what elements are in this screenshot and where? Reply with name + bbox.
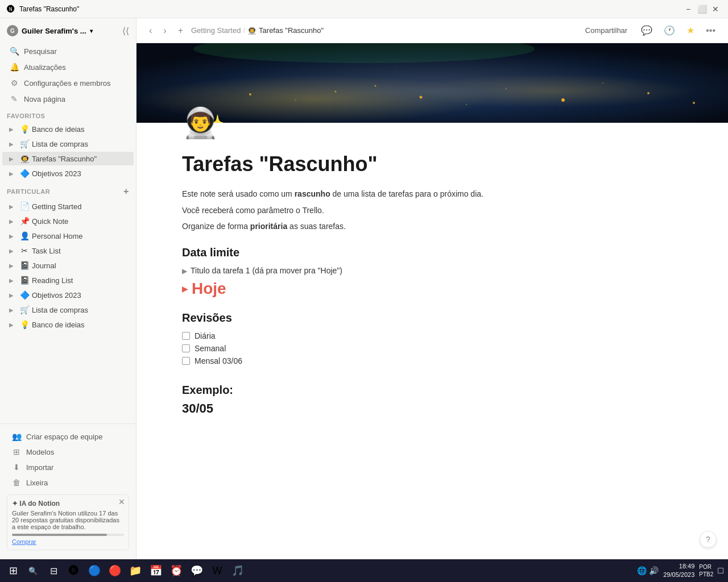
exemplo-heading: Exemplo: [182,384,682,397]
favorites-section-title: Favoritos [0,107,136,122]
taskbar-trello[interactable]: 🔵 [85,562,104,580]
taskbar-time: 18:49 29/05/2023 [663,562,694,580]
sidebar-item-task-list[interactable]: ▶ ✂ Task List [2,244,134,257]
favorite-button[interactable]: ★ [683,23,698,38]
bulb2-icon: 💡 [19,320,30,329]
sidebar-item-bancob[interactable]: ▶ 💡 Banco de ideias [2,318,134,331]
taskbar-files[interactable]: 📁 [126,562,144,580]
close-button[interactable]: ✕ [710,3,721,15]
svg-point-12 [602,82,603,84]
checkbox-mensal[interactable]: Mensal 03/06 [182,356,682,365]
sidebar-item-config[interactable]: ⚙ Configurações e membros [2,76,134,90]
checkbox-label-diaria: Diária [195,331,216,340]
new-page-button[interactable]: + [175,23,187,38]
svg-point-2 [335,91,337,93]
minimize-button[interactable]: − [682,3,694,15]
chevron-right-icon: ▶ [9,126,17,132]
hoje-toggle[interactable]: ▶ Hoje [182,280,682,298]
volume-icon[interactable]: 🔊 [649,566,659,575]
svg-point-1 [249,93,251,95]
workspace-name[interactable]: G Guiler Serafim's ... ▾ [7,25,93,36]
checkbox-semanal[interactable]: Semanal [182,344,682,353]
diamond-icon: 🔷 [19,290,30,300]
forward-button[interactable]: › [160,23,169,38]
sidebar-bottom: 👥 Criar espaço de equipe ⊞ Modelos ⬇ Imp… [0,423,136,559]
sidebar-item-getting-started[interactable]: ▶ 📄 Getting Started [2,199,134,213]
sidebar-item-label: Pesquisar [24,47,57,56]
sidebar-item-label: Modelos [26,448,54,456]
taskbar-calendar[interactable]: 📅 [147,562,165,580]
sidebar-item-nova-pagina[interactable]: ✎ Nova página [2,92,134,106]
breadcrumb: Getting Started / 👨‍🚀 Tarefas "Rascunho" [191,26,324,35]
show-desktop-button[interactable]: □ [718,566,723,576]
taskbar-task-view[interactable]: ⊟ [44,562,63,580]
sidebar-toggle-button[interactable]: ⟨⟨ [122,26,129,36]
sidebar-item-objetivos2023[interactable]: ▶ 🔷 Objetivos 2023 [2,167,134,180]
maximize-button[interactable]: ⬜ [696,3,708,15]
sidebar-item-tarefas-rascunho[interactable]: ▶ 👨‍🚀 Tarefas "Rascunho" [2,152,134,165]
start-button[interactable]: ⊞ [5,562,22,579]
sidebar-item-lista-comprasb[interactable]: ▶ 🛒 Lista de compras [2,303,134,317]
comments-button[interactable]: 💬 [638,23,656,38]
checkbox-input-mensal[interactable] [182,357,190,365]
taskbar-notion[interactable]: 🅝 [65,562,83,580]
taskbar-discord[interactable]: 💬 [188,562,206,580]
clock-time: 18:49 [663,562,694,571]
checkbox-input-diaria[interactable] [182,332,190,340]
page-title: Tarefas "Rascunho" [182,152,682,176]
ai-progress-bar [12,534,124,536]
sidebar-item-lixeira[interactable]: 🗑 Lixeira [5,475,131,490]
page-emoji: 👨‍🚀 [136,106,728,140]
history-button[interactable]: 🕐 [660,23,679,38]
chevron-right-icon: ▶ [9,156,17,162]
ai-progress-fill [12,534,107,536]
sidebar-item-atualizacoes[interactable]: 🔔 Atualizações [2,60,134,74]
network-icon[interactable]: 🌐 [637,566,647,575]
sidebar-item-lista-compras[interactable]: ▶ 🛒 Lista de compras [2,137,134,151]
taskbar-word[interactable]: W [208,562,226,580]
main-content: ‹ › + Getting Started / 👨‍🚀 Tarefas "Ras… [136,18,728,559]
workspace-label: Guiler Serafim's ... [22,27,86,35]
chevron-right-icon: ▶ [9,248,17,254]
share-button[interactable]: Compartilhar [580,24,633,37]
help-button[interactable]: ? [700,531,717,548]
ai-banner-close-button[interactable]: ✕ [118,497,125,506]
window-controls: − ⬜ ✕ [682,3,721,15]
pin-icon: 📌 [19,217,30,226]
back-button[interactable]: ‹ [146,23,155,38]
taskbar-search[interactable]: 🔍 [24,562,42,580]
ai-buy-link[interactable]: Comprar [12,538,36,545]
sidebar-item-label: Lixeira [26,479,48,487]
checkbox-diaria[interactable]: Diária [182,331,682,340]
breadcrumb-getting-started[interactable]: Getting Started [191,26,241,35]
ai-banner-text: Guiler Serafim's Notion utilizou 17 das … [12,510,124,530]
particular-section-title: Particular + [0,181,136,199]
language-indicator: POR PTB2 [699,563,713,578]
taskbar-app3[interactable]: 🔴 [106,562,124,580]
taskbar-spotify[interactable]: 🎵 [229,562,247,580]
sidebar-item-importar[interactable]: ⬇ Importar [5,460,131,475]
svg-point-11 [466,104,467,105]
sidebar-item-criar-equipe[interactable]: 👥 Criar espaço de equipe [5,429,131,444]
taskbar-clock[interactable]: ⏰ [167,562,185,580]
sidebar-item-reading-list[interactable]: ▶ 📓 Reading List [2,273,134,287]
more-options-button[interactable]: ••• [702,23,719,38]
checkbox-label-semanal: Semanal [195,344,226,353]
sidebar-item-modelos[interactable]: ⊞ Modelos [5,444,131,459]
chevron-down-icon: ▾ [90,28,93,34]
checkbox-input-semanal[interactable] [182,344,190,352]
sidebar-item-journal[interactable]: ▶ 📓 Journal [2,259,134,272]
sidebar-item-pesquisar[interactable]: 🔍 Pesquisar [2,44,134,59]
sidebar-item-label: Nova página [24,95,65,103]
sidebar-item-objetivos2023b[interactable]: ▶ 🔷 Objetivos 2023 [2,288,134,302]
sidebar-item-personal-home[interactable]: ▶ 👤 Personal Home [2,229,134,243]
data-limite-heading: Data limite [182,246,682,259]
toggle-item-1[interactable]: ▶ Titulo da tarefa 1 (dá pra mover pra "… [182,266,682,275]
chevron-right-icon: ▶ [9,292,17,298]
sidebar-item-banco-ideias[interactable]: ▶ 💡 Banco de ideias [2,122,134,136]
add-page-button[interactable]: + [123,186,129,197]
date-partial: 30/05 [182,401,682,416]
sidebar-item-quick-note[interactable]: ▶ 📌 Quick Note [2,214,134,228]
toggle-arrow-icon: ▶ [182,267,187,275]
svg-point-9 [295,99,296,101]
